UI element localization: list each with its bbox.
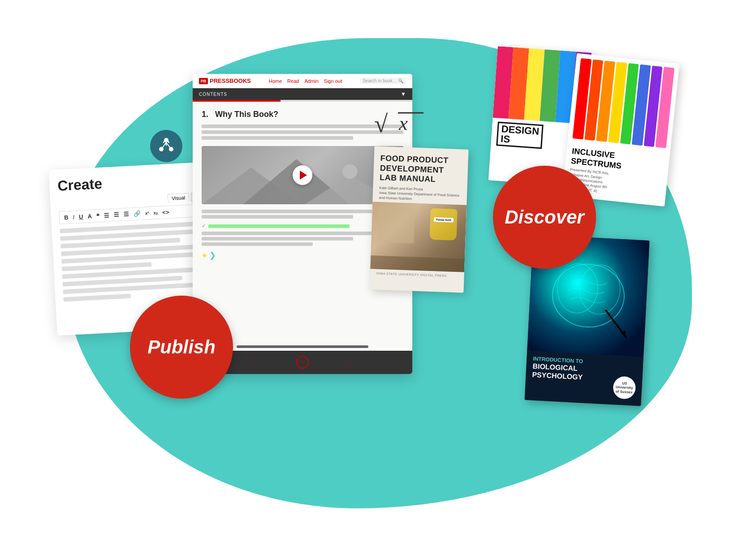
forward-icon[interactable]: ❯	[209, 250, 216, 260]
search-icon: 🔍	[398, 78, 403, 83]
publish-circle[interactable]: Publish	[130, 296, 233, 399]
svg-line-3	[161, 142, 166, 149]
star-icon: ★	[202, 252, 207, 259]
nav-signout[interactable]: Sign out	[324, 78, 342, 84]
math-formula: √ x	[372, 107, 426, 149]
subscript-btn[interactable]: x₂	[152, 210, 159, 216]
svg-text:x: x	[398, 112, 408, 134]
italic-btn[interactable]: I	[72, 213, 76, 221]
highlight-line	[208, 224, 350, 228]
reader-contents-bar[interactable]: CONTENTS ▼	[193, 88, 412, 100]
nav-admin[interactable]: Admin	[304, 78, 318, 84]
next-arrow[interactable]: →	[345, 358, 352, 366]
svg-text:√: √	[374, 110, 388, 138]
play-button[interactable]	[293, 165, 312, 185]
book-food-image: Panda Gold	[370, 202, 467, 272]
nav-home[interactable]: Home	[269, 78, 282, 84]
check-icon: ✓	[202, 223, 206, 229]
search-bar[interactable]: Search in book... 🔍	[360, 77, 406, 84]
underline-btn[interactable]: U	[78, 213, 84, 221]
reader-line	[202, 242, 313, 246]
book-food: FOOD PRODUCTDEVELOPMENTLAB MANUAL Kate G…	[369, 146, 468, 292]
logo-box: PB	[199, 78, 208, 84]
align-center-btn[interactable]: ☰	[112, 211, 120, 219]
honey-jar-label: Panda Gold	[434, 217, 454, 223]
align-left-btn[interactable]: ☰	[103, 211, 110, 219]
svg-point-14	[579, 264, 622, 315]
reader-progress-fill	[193, 100, 281, 102]
chapter-title-text: Why This Book?	[215, 110, 278, 119]
reader-header: PB PRESSBOOKS Home Read Admin Sign out S…	[193, 74, 412, 88]
share-icon-circle[interactable]	[150, 130, 182, 162]
discover-circle[interactable]: Discover	[493, 166, 596, 269]
nav-links: Home Read Admin Sign out	[269, 78, 342, 84]
search-placeholder: Search in book...	[363, 78, 396, 83]
up-button[interactable]: ↑	[296, 356, 309, 369]
design-is-title: DESIGNIS	[496, 121, 544, 149]
publish-label: Publish	[147, 336, 216, 358]
reader-line	[202, 237, 353, 241]
play-triangle-icon	[300, 171, 307, 180]
prev-arrow[interactable]: ←	[253, 358, 260, 366]
text-line	[62, 262, 152, 271]
create-title: Create	[57, 170, 207, 194]
inclusive-bars	[567, 53, 679, 153]
bold-btn[interactable]: B	[63, 214, 69, 222]
reader-progress-bar	[193, 100, 412, 102]
superscript-btn[interactable]: x²	[144, 210, 150, 216]
pressbooks-logo: PB PRESSBOOKS	[199, 77, 251, 84]
bio-logo-text: USUniversityof Sussex	[615, 381, 633, 395]
tab-visual[interactable]: Visual	[168, 193, 190, 203]
editor-content[interactable]	[60, 221, 213, 301]
nav-read[interactable]: Read	[287, 78, 299, 84]
color-btn[interactable]: A	[86, 212, 93, 220]
code-btn[interactable]: <>	[161, 208, 170, 216]
scene: Create Visual Text B I U A ❝ ☰ ☰ ☰ 🔗 x² …	[0, 0, 756, 546]
align-right-btn[interactable]: ☰	[122, 211, 130, 219]
text-line	[63, 294, 131, 302]
discover-label: Discover	[505, 206, 584, 228]
reader-line	[202, 136, 353, 140]
logo-text: PRESSBOOKS	[210, 77, 251, 84]
book-food-title: FOOD PRODUCTDEVELOPMENTLAB MANUAL	[373, 146, 469, 188]
honey-jar: Panda Gold	[429, 208, 457, 241]
chapter-number: 1.	[202, 110, 208, 119]
contents-label: CONTENTS	[199, 92, 227, 97]
scroll-indicator	[237, 345, 368, 348]
link-btn[interactable]: 🔗	[132, 210, 142, 218]
svg-line-4	[166, 142, 171, 149]
reader-line	[202, 215, 353, 219]
svg-point-8	[342, 164, 357, 179]
contents-arrow: ▼	[401, 91, 406, 97]
quote-btn[interactable]: ❝	[95, 212, 100, 220]
